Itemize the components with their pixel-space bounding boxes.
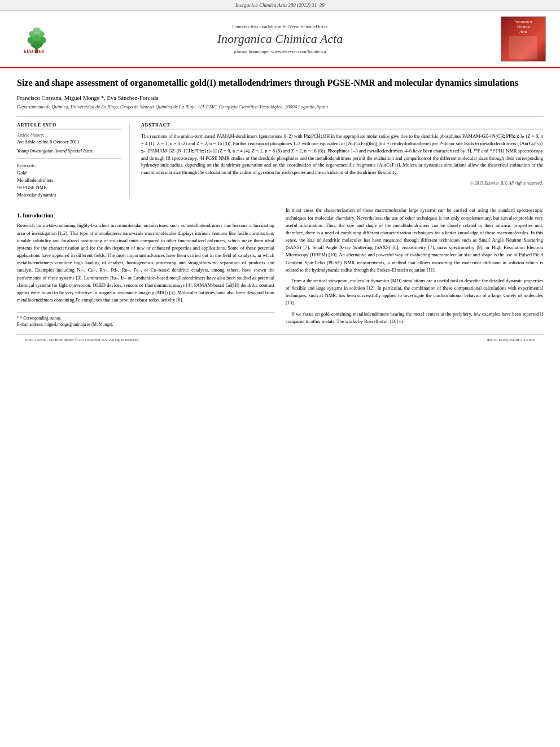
- footnote-email: E-mail address: miguel.monge@unirioja.es…: [17, 322, 274, 328]
- article-meta-row: ARTICLE INFO Article history: Available …: [17, 123, 543, 198]
- journal-title-main: Inorganica Chimica Acta: [65, 32, 495, 46]
- history-label: Article history:: [17, 133, 121, 138]
- body-columns: 1. Introduction Research on metal-contai…: [17, 207, 543, 329]
- journal-cover: InorganicaChimicaActa: [501, 16, 546, 62]
- page-wrapper: Inorganica Chimica Acta 380 (2012) 31–39…: [0, 0, 560, 353]
- history-value: Available online 8 October 2011: [17, 139, 121, 145]
- body-left-column: 1. Introduction Research on metal-contai…: [17, 207, 274, 329]
- special-issue-label: Young Investigator Award Special Issue: [17, 148, 121, 154]
- intro-paragraph-right-2: From a theoretical viewpoint, molecular …: [286, 277, 543, 307]
- keyword-gold: Gold: [17, 169, 121, 177]
- keyword-metallodendrimers: Metallodendrimers: [17, 177, 121, 184]
- article-authors: Francisco Corzana, Miguel Monge *, Eva S…: [17, 95, 543, 101]
- divider: [17, 116, 543, 117]
- footnote-area: * * Corresponding author. E-mail address…: [17, 312, 274, 327]
- sciverse-label: Contents lists available at SciVerse Sci…: [233, 24, 328, 29]
- svg-text:ELSEVIER: ELSEVIER: [23, 49, 44, 54]
- article-content: Size and shape assessment of organometal…: [0, 68, 560, 353]
- bottom-bar: 0020-1693/$ - see front matter © 2011 El…: [17, 334, 543, 345]
- elsevier-logo-area: ELSEVIER: [8, 24, 65, 55]
- article-info-label: ARTICLE INFO: [17, 123, 121, 129]
- article-affiliation: Departamento de Química, Universidad de …: [17, 104, 543, 110]
- article-info-column: ARTICLE INFO Article history: Available …: [17, 123, 130, 198]
- intro-paragraph-right-1: In most cases the characterization of th…: [286, 207, 543, 274]
- body-right-text: In most cases the characterization of th…: [286, 207, 543, 325]
- abstract-text: The reactions of the amino-terminated PA…: [141, 133, 543, 176]
- intro-paragraph-right-3: If we focus on gold-containing metallode…: [286, 311, 543, 325]
- intro-paragraph-1: Research on metal-containing highly-bran…: [17, 222, 274, 304]
- journal-citation: Inorganica Chimica Acta 380 (2012) 31–39: [235, 2, 325, 8]
- journal-homepage: journal homepage: www.elsevier.com/locat…: [65, 49, 495, 54]
- journal-cover-area: InorganicaChimicaActa: [495, 16, 552, 62]
- copyright-text: © 2011 Elsevier B.V. All rights reserved…: [141, 181, 543, 186]
- sciverse-text: Contents lists available at SciVerse Sci…: [65, 24, 495, 29]
- keywords-section-label: Keywords:: [17, 163, 121, 168]
- article-title: Size and shape assessment of organometal…: [17, 77, 543, 89]
- journal-citation-bar: Inorganica Chimica Acta 380 (2012) 31–39: [0, 0, 560, 11]
- body-right-column: In most cases the characterization of th…: [286, 207, 543, 329]
- journal-header: ELSEVIER Contents lists available at Sci…: [0, 11, 560, 68]
- section-1-heading: 1. Introduction: [17, 212, 274, 219]
- elsevier-logo: ELSEVIER: [20, 24, 54, 55]
- body-left-text: Research on metal-containing highly-bran…: [17, 222, 274, 304]
- svg-point-7: [33, 27, 41, 34]
- keywords-divider: [17, 158, 121, 159]
- bottom-left-text: 0020-1693/$ - see front matter © 2011 El…: [25, 338, 139, 342]
- journal-cover-title: InorganicaChimicaActa: [515, 19, 532, 34]
- footnote-star-text: * * Corresponding author.: [17, 316, 274, 322]
- bottom-right-doi: doi:10.1016/j.ica.2011.10.006: [487, 338, 535, 342]
- keyword-pgse-nmr: ¹H PGSE NMR: [17, 184, 121, 191]
- elsevier-tree-icon: ELSEVIER: [20, 24, 54, 55]
- journal-header-center: Contents lists available at SciVerse Sci…: [65, 24, 495, 54]
- keyword-molecular-dynamics: Molecular dynamics: [17, 191, 121, 199]
- abstract-column: ABSTRACT The reactions of the amino-term…: [141, 123, 543, 198]
- abstract-label: ABSTRACT: [141, 123, 543, 129]
- footnote-corresponding: * Corresponding author.: [20, 316, 62, 321]
- journal-cover-image: [509, 36, 537, 59]
